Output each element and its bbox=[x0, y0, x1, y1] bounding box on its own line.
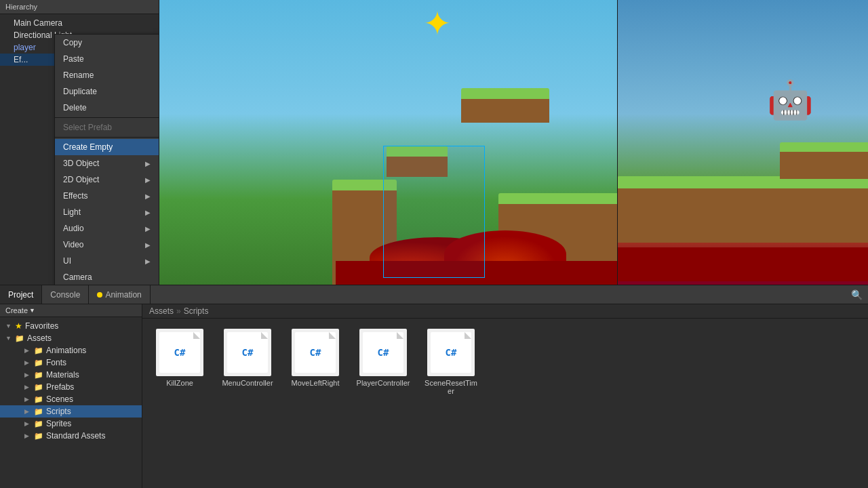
submenu-arrow-effects: ▶ bbox=[145, 192, 151, 200]
scenes-expand-icon: ▶ bbox=[24, 396, 31, 403]
bottom-tabs-bar: Project Console Animation 🔍 bbox=[0, 285, 868, 304]
asset-player-controller-icon: C# bbox=[359, 329, 407, 376]
fonts-folder-icon: 📁 bbox=[34, 359, 43, 367]
bottom-panel: Project Console Animation 🔍 Create ▼ bbox=[0, 285, 868, 488]
scripts-folder-icon: 📁 bbox=[34, 407, 43, 416]
favorites-expand-icon: ▼ bbox=[5, 323, 12, 329]
submenu-arrow-ui: ▶ bbox=[145, 258, 151, 265]
search-icon: 🔍 bbox=[851, 289, 863, 300]
game-ground-body bbox=[617, 188, 868, 243]
prefabs-folder-icon: 📁 bbox=[34, 383, 43, 392]
assets-folder-icon: 📁 bbox=[15, 334, 24, 343]
context-menu-overlay: Copy Paste Rename Duplicate Delete Selec… bbox=[0, 0, 159, 285]
asset-move-left-right-icon: C# bbox=[292, 329, 339, 376]
context-menu-duplicate[interactable]: Duplicate bbox=[55, 83, 159, 100]
context-menu-create-empty[interactable]: Create Empty bbox=[55, 139, 159, 155]
tree-standard-assets[interactable]: ▶ 📁 Standard Assets bbox=[0, 430, 142, 442]
platform-1 bbox=[461, 88, 549, 123]
context-menu-light[interactable]: Light ▶ bbox=[55, 204, 159, 220]
scene-area: ✦ bbox=[159, 0, 617, 285]
tab-animation[interactable]: Animation bbox=[89, 285, 150, 304]
tree-animations[interactable]: ▶ 📁 Animations bbox=[0, 344, 142, 357]
tab-console[interactable]: Console bbox=[42, 285, 89, 304]
sprites-folder-icon: 📁 bbox=[34, 420, 43, 428]
prefabs-expand-icon: ▶ bbox=[24, 384, 31, 390]
asset-main-area: Assets » Scripts C# KillZone bbox=[142, 304, 868, 488]
submenu-arrow-3d: ▶ bbox=[145, 160, 151, 167]
csharp-file-icon-4: C# bbox=[363, 332, 403, 373]
submenu-arrow-audio: ▶ bbox=[145, 225, 151, 232]
assets-expand-icon: ▼ bbox=[5, 335, 12, 342]
asset-menu-controller-icon: C# bbox=[224, 329, 271, 376]
tree-favorites[interactable]: ▼ ★ Favorites bbox=[0, 320, 142, 332]
asset-grid: C# KillZone C# MenuController bbox=[142, 319, 868, 405]
game-character: 🤖 bbox=[767, 78, 814, 122]
context-menu-select-prefab: Select Prefab bbox=[55, 119, 159, 136]
asset-killzone[interactable]: C# KillZone bbox=[153, 329, 207, 395]
tree-scripts[interactable]: ▶ 📁 Scripts bbox=[0, 405, 142, 418]
scene-viewport[interactable]: ✦ bbox=[159, 0, 617, 285]
tree-scenes[interactable]: ▶ 📁 Scenes bbox=[0, 393, 142, 405]
asset-scene-reset-timer-icon: C# bbox=[427, 329, 475, 376]
selection-box bbox=[383, 146, 485, 278]
sun-icon: ✦ bbox=[417, 7, 458, 47]
csharp-file-icon-2: C# bbox=[227, 332, 268, 373]
materials-expand-icon: ▶ bbox=[24, 371, 31, 378]
tab-project[interactable]: Project bbox=[0, 285, 42, 304]
asset-move-left-right[interactable]: C# MoveLeftRight bbox=[288, 329, 342, 395]
create-dropdown-arrow: ▼ bbox=[29, 307, 35, 314]
tree-sprites[interactable]: ▶ 📁 Sprites bbox=[0, 418, 142, 430]
asset-player-controller[interactable]: C# PlayerController bbox=[356, 329, 410, 395]
bottom-content: Create ▼ ▼ ★ Favorites ▼ 📁 Assets bbox=[0, 304, 868, 488]
tree-materials[interactable]: ▶ 📁 Materials bbox=[0, 369, 142, 381]
context-menu-separator-1 bbox=[55, 117, 159, 118]
context-menu: Copy Paste Rename Duplicate Delete Selec… bbox=[54, 34, 159, 285]
asset-menu-controller[interactable]: C# MenuController bbox=[220, 329, 275, 395]
animations-folder-icon: 📁 bbox=[34, 346, 43, 355]
favorites-star-icon: ★ bbox=[15, 321, 22, 331]
scenes-folder-icon: 📁 bbox=[34, 395, 43, 404]
breadcrumb: Assets » Scripts bbox=[142, 304, 868, 319]
context-menu-2d-object[interactable]: 2D Object ▶ bbox=[55, 171, 159, 188]
materials-folder-icon: 📁 bbox=[34, 371, 43, 380]
game-view: 🤖 bbox=[617, 0, 868, 285]
project-tree: ▼ ★ Favorites ▼ 📁 Assets ▶ 📁 Animations … bbox=[0, 317, 142, 445]
context-menu-camera[interactable]: Camera bbox=[55, 269, 159, 285]
game-platform-right bbox=[780, 142, 868, 179]
context-menu-ui[interactable]: UI ▶ bbox=[55, 253, 159, 269]
submenu-arrow-video: ▶ bbox=[145, 241, 151, 249]
csharp-file-icon-5: C# bbox=[431, 332, 471, 373]
context-menu-separator-2 bbox=[55, 137, 159, 138]
game-lava bbox=[617, 247, 868, 281]
sprites-expand-icon: ▶ bbox=[24, 420, 31, 427]
project-sidebar: Create ▼ ▼ ★ Favorites ▼ 📁 Assets bbox=[0, 304, 142, 488]
search-area: 🔍 bbox=[846, 289, 868, 300]
context-menu-delete[interactable]: Delete bbox=[55, 100, 159, 116]
standard-assets-folder-icon: 📁 bbox=[34, 432, 43, 441]
csharp-file-icon-3: C# bbox=[295, 332, 336, 373]
tree-assets[interactable]: ▼ 📁 Assets bbox=[0, 332, 142, 344]
asset-killzone-icon: C# bbox=[156, 329, 203, 376]
context-menu-rename[interactable]: Rename bbox=[55, 67, 159, 83]
submenu-arrow-2d: ▶ bbox=[145, 176, 151, 184]
breadcrumb-separator: » bbox=[176, 306, 181, 316]
context-menu-video[interactable]: Video ▶ bbox=[55, 237, 159, 253]
animations-expand-icon: ▶ bbox=[24, 347, 31, 354]
scripts-expand-icon: ▶ bbox=[24, 408, 31, 415]
create-bar: Create ▼ bbox=[0, 304, 142, 317]
animation-dot bbox=[97, 292, 102, 298]
tree-fonts[interactable]: ▶ 📁 Fonts bbox=[0, 357, 142, 369]
context-menu-audio[interactable]: Audio ▶ bbox=[55, 220, 159, 237]
asset-scene-reset-timer[interactable]: C# SceneResetTimer bbox=[424, 329, 478, 395]
standard-assets-expand-icon: ▶ bbox=[24, 432, 31, 439]
context-menu-copy[interactable]: Copy bbox=[55, 35, 159, 51]
fonts-expand-icon: ▶ bbox=[24, 359, 31, 366]
context-menu-paste[interactable]: Paste bbox=[55, 51, 159, 67]
submenu-arrow-light: ▶ bbox=[145, 209, 151, 216]
create-button[interactable]: Create ▼ bbox=[5, 306, 35, 314]
tree-prefabs[interactable]: ▶ 📁 Prefabs bbox=[0, 381, 142, 393]
context-menu-3d-object[interactable]: 3D Object ▶ bbox=[55, 155, 159, 171]
context-menu-effects[interactable]: Effects ▶ bbox=[55, 188, 159, 204]
hierarchy-panel: Hierarchy Main Camera Directional Light … bbox=[0, 0, 159, 285]
csharp-file-icon: C# bbox=[159, 332, 200, 373]
